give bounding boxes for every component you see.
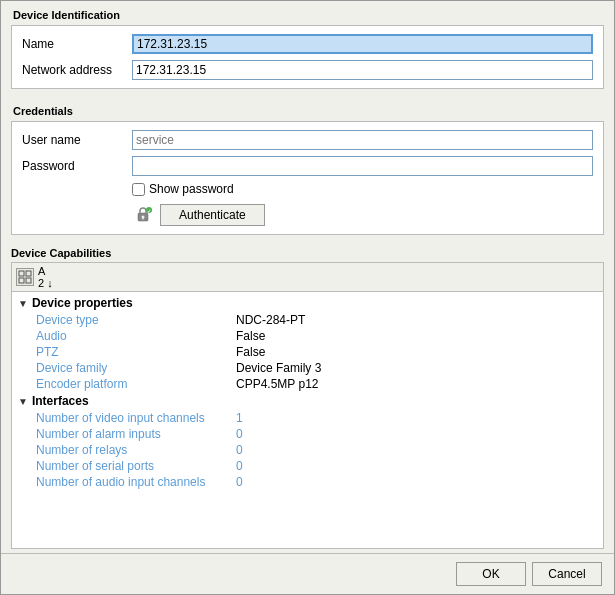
capabilities-tree: ▼ Device properties Device type NDC-284-… — [11, 291, 604, 549]
name-input[interactable] — [132, 34, 593, 54]
table-row: Number of video input channels 1 — [12, 410, 603, 426]
ptz-value: False — [236, 345, 265, 359]
svg-rect-8 — [26, 278, 31, 283]
table-row: PTZ False — [12, 344, 603, 360]
toolbar-btn-1[interactable] — [16, 268, 34, 286]
table-row: Number of audio input channels 0 — [12, 474, 603, 490]
password-label: Password — [22, 159, 132, 173]
show-password-label: Show password — [149, 182, 234, 196]
table-row: Number of relays 0 — [12, 442, 603, 458]
interfaces-header[interactable]: ▼ Interfaces — [12, 392, 603, 410]
encoder-platform-value: CPP4.5MP p12 — [236, 377, 319, 391]
network-address-input[interactable] — [132, 60, 593, 80]
bottom-bar: OK Cancel — [1, 553, 614, 594]
video-channels-label: Number of video input channels — [36, 411, 236, 425]
network-address-row: Network address — [22, 60, 593, 80]
ok-button[interactable]: OK — [456, 562, 526, 586]
table-row: Number of serial ports 0 — [12, 458, 603, 474]
audio-channels-value: 0 — [236, 475, 243, 489]
username-input[interactable] — [132, 130, 593, 150]
audio-value: False — [236, 329, 265, 343]
show-password-checkbox[interactable] — [132, 183, 145, 196]
table-row: Audio False — [12, 328, 603, 344]
credentials-section: User name Password Show password ✓ — [11, 121, 604, 235]
interfaces-label: Interfaces — [32, 394, 89, 408]
password-row: Password — [22, 156, 593, 176]
table-row: Device family Device Family 3 — [12, 360, 603, 376]
encoder-platform-label: Encoder platform — [36, 377, 236, 391]
device-type-label: Device type — [36, 313, 236, 327]
svg-rect-5 — [19, 271, 24, 276]
svg-rect-7 — [19, 278, 24, 283]
svg-rect-6 — [26, 271, 31, 276]
relays-value: 0 — [236, 443, 243, 457]
network-address-label: Network address — [22, 63, 132, 77]
serial-ports-value: 0 — [236, 459, 243, 473]
device-properties-label: Device properties — [32, 296, 133, 310]
svg-rect-2 — [142, 217, 143, 220]
video-channels-value: 1 — [236, 411, 243, 425]
show-password-row: Show password — [22, 182, 593, 196]
device-identification-label: Device Identification — [1, 1, 614, 25]
table-row: Number of alarm inputs 0 — [12, 426, 603, 442]
capabilities-label: Device Capabilities — [11, 243, 604, 262]
name-label: Name — [22, 37, 132, 51]
dialog: Device Identification Name Network addre… — [0, 0, 615, 595]
device-type-value: NDC-284-PT — [236, 313, 305, 327]
svg-text:✓: ✓ — [147, 208, 151, 214]
device-family-label: Device family — [36, 361, 236, 375]
authenticate-button[interactable]: Authenticate — [160, 204, 265, 226]
alarm-inputs-label: Number of alarm inputs — [36, 427, 236, 441]
device-family-value: Device Family 3 — [236, 361, 321, 375]
alarm-inputs-value: 0 — [236, 427, 243, 441]
table-row: Device type NDC-284-PT — [12, 312, 603, 328]
audio-channels-label: Number of audio input channels — [36, 475, 236, 489]
collapse-icon-device: ▼ — [18, 298, 28, 309]
name-row: Name — [22, 34, 593, 54]
password-input[interactable] — [132, 156, 593, 176]
capabilities-toolbar: A2 ↓ — [11, 262, 604, 291]
serial-ports-label: Number of serial ports — [36, 459, 236, 473]
credentials-label: Credentials — [1, 97, 614, 121]
authenticate-icon: ✓ — [132, 204, 154, 226]
table-row: Encoder platform CPP4.5MP p12 — [12, 376, 603, 392]
ptz-label: PTZ — [36, 345, 236, 359]
username-row: User name — [22, 130, 593, 150]
authenticate-row: ✓ Authenticate — [22, 204, 593, 226]
cancel-button[interactable]: Cancel — [532, 562, 602, 586]
sort-label: A2 ↓ — [38, 265, 53, 289]
collapse-icon-interfaces: ▼ — [18, 396, 28, 407]
username-label: User name — [22, 133, 132, 147]
device-properties-header[interactable]: ▼ Device properties — [12, 294, 603, 312]
device-identification-section: Name Network address — [11, 25, 604, 89]
audio-label: Audio — [36, 329, 236, 343]
capabilities-section: Device Capabilities A2 ↓ ▼ Device proper… — [11, 243, 604, 549]
relays-label: Number of relays — [36, 443, 236, 457]
